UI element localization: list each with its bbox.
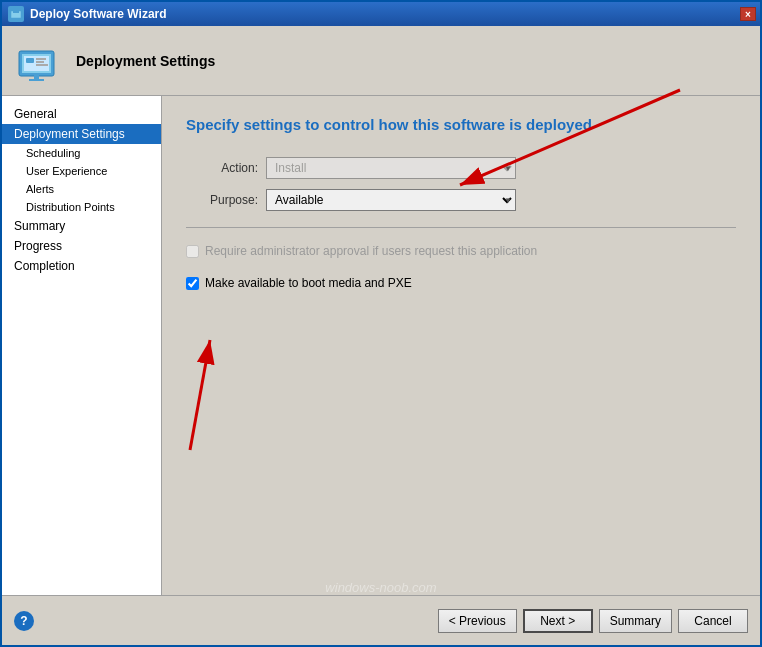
window-title: Deploy Software Wizard [30,7,167,21]
purpose-select-wrapper: Required Available [266,189,516,211]
footer-right: < Previous Next > Summary Cancel [438,609,748,633]
sidebar-item-deployment-settings[interactable]: Deployment Settings [2,124,161,144]
sidebar-item-summary[interactable]: Summary [2,216,161,236]
sidebar: General Deployment Settings Scheduling U… [2,96,162,595]
sidebar-item-alerts[interactable]: Alerts [2,180,161,198]
wizard-icon [8,6,24,22]
action-select[interactable]: Install [266,157,516,179]
purpose-label: Purpose: [186,193,266,207]
header-title: Deployment Settings [76,53,215,69]
svg-rect-1 [13,9,19,13]
summary-button[interactable]: Summary [599,609,672,633]
boot-media-row: Make available to boot media and PXE [186,276,736,290]
purpose-select[interactable]: Required Available [266,189,516,211]
svg-rect-8 [36,58,46,60]
close-button[interactable]: × [740,7,756,21]
svg-rect-9 [36,61,44,63]
svg-rect-6 [29,79,44,81]
admin-approval-checkbox[interactable] [186,245,199,258]
admin-approval-row: Require administrator approval if users … [186,244,736,258]
cancel-button[interactable]: Cancel [678,609,748,633]
footer: ? < Previous Next > Summary Cancel [2,595,760,645]
main-body: General Deployment Settings Scheduling U… [2,96,760,595]
next-button[interactable]: Next > [523,609,593,633]
action-label: Action: [186,161,266,175]
separator [186,227,736,228]
content-title: Specify settings to control how this sof… [186,116,736,133]
boot-media-checkbox[interactable] [186,277,199,290]
action-select-wrapper: Install [266,157,516,179]
sidebar-item-progress[interactable]: Progress [2,236,161,256]
sidebar-item-user-experience[interactable]: User Experience [2,162,161,180]
svg-rect-5 [34,74,39,79]
previous-button[interactable]: < Previous [438,609,517,633]
sidebar-item-completion[interactable]: Completion [2,256,161,276]
action-row: Action: Install [186,157,736,179]
footer-left: ? [14,611,34,631]
svg-rect-7 [26,58,34,63]
admin-approval-label: Require administrator approval if users … [205,244,537,258]
content-area: Specify settings to control how this sof… [162,96,760,595]
help-button[interactable]: ? [14,611,34,631]
deployment-icon [14,36,64,86]
svg-rect-10 [36,64,48,66]
purpose-row: Purpose: Required Available [186,189,736,211]
sidebar-item-distribution-points[interactable]: Distribution Points [2,198,161,216]
header-area: Deployment Settings [2,26,760,96]
boot-media-label: Make available to boot media and PXE [205,276,412,290]
sidebar-item-scheduling[interactable]: Scheduling [2,144,161,162]
deploy-software-wizard: Deploy Software Wizard × Deployment Sett… [0,0,762,647]
title-bar: Deploy Software Wizard × [2,2,760,26]
sidebar-item-general[interactable]: General [2,104,161,124]
title-bar-left: Deploy Software Wizard [8,6,167,22]
